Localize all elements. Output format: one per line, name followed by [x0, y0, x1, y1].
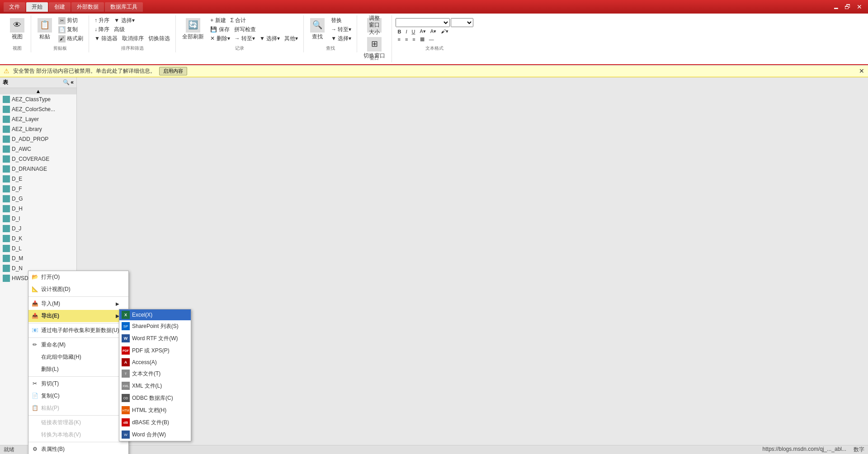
more-button[interactable]: 其他▾	[283, 34, 300, 43]
ctx-cut[interactable]: ✂ 剪切(T)	[28, 378, 128, 390]
replace-button[interactable]: 替换	[329, 16, 353, 25]
collapse-panel-button[interactable]: «	[71, 79, 74, 85]
export-word-rtf[interactable]: W Word RTF 文件(W)	[119, 332, 191, 345]
tab-external[interactable]: 外部数据	[71, 2, 104, 12]
italic-button[interactable]: I	[404, 28, 409, 35]
export-text[interactable]: T 文本文件(T)	[119, 368, 191, 380]
scroll-up-button[interactable]: ▲	[0, 88, 76, 94]
cancel-sort-button[interactable]: 取消排序	[120, 34, 146, 43]
export-html[interactable]: HTM HTML 文档(H)	[119, 404, 191, 417]
format-painter-button[interactable]: 🖌格式刷	[57, 34, 85, 43]
select2-button[interactable]: ▼ 选择▾	[258, 34, 282, 43]
ctx-design[interactable]: 📐 设计视图(D)	[28, 283, 128, 295]
table-item-aez-classtype[interactable]: AEZ_ClassType	[0, 94, 76, 104]
ctx-open[interactable]: 📂 打开(O)	[28, 271, 128, 283]
table-item-aez-colorsche[interactable]: AEZ_ColorSche...	[0, 104, 76, 114]
paint-bucket-button[interactable]: 🖌▾	[439, 28, 450, 35]
main-layout: 表 🔍 « ▲ AEZ_ClassType AEZ_ColorSche... A…	[0, 77, 868, 453]
ctx-import[interactable]: 📥 导入(M) ▶	[28, 298, 128, 310]
table-item-d-e[interactable]: D_E	[0, 174, 76, 184]
tab-file[interactable]: 文件	[4, 2, 25, 12]
descending-button[interactable]: ↓ 降序	[93, 25, 111, 34]
table-item-d-h[interactable]: D_H	[0, 204, 76, 214]
export-word-merge[interactable]: W Word 合并(W)	[119, 429, 191, 441]
table-item-d-add-prop[interactable]: D_ADD_PROP	[0, 134, 76, 144]
advanced-button[interactable]: 高级	[112, 25, 127, 34]
design-icon: 📐	[31, 286, 38, 293]
font-color-button[interactable]: A▾	[418, 28, 427, 35]
search-icon[interactable]: 🔍	[63, 79, 70, 85]
view-button[interactable]: 👁 视图	[7, 16, 27, 42]
export-access[interactable]: A Access(A)	[119, 357, 191, 368]
goto-button[interactable]: → 转至▾	[233, 34, 257, 43]
select3-button[interactable]: ▼ 选择▾	[329, 34, 353, 43]
align-left-button[interactable]: ≡	[396, 36, 402, 42]
font-size-select[interactable]	[451, 18, 473, 27]
table-icon	[3, 155, 10, 163]
copy-button[interactable]: 📄复制	[57, 25, 85, 34]
security-close-button[interactable]: ✕	[859, 67, 864, 75]
table-props-icon: ⚙	[31, 445, 38, 453]
bold-button[interactable]: B	[396, 28, 403, 35]
export-excel[interactable]: X Excel(X)	[119, 309, 191, 320]
ctx-copy[interactable]: 📄 复制(C)	[28, 390, 128, 402]
table-item-aez-layer[interactable]: AEZ_Layer	[0, 114, 76, 124]
table-item-d-drainage[interactable]: D_DRAINAGE	[0, 164, 76, 174]
sharepoint-icon: SP	[121, 322, 130, 331]
align-right-button[interactable]: ≡	[410, 36, 417, 42]
table-item-d-g[interactable]: D_G	[0, 194, 76, 204]
restore-button[interactable]: 🗗	[843, 2, 853, 12]
ctx-rename[interactable]: ✏ 重命名(M)	[28, 339, 128, 351]
save-button[interactable]: 💾 保存	[208, 25, 231, 34]
find-button[interactable]: 🔍 查找	[307, 16, 327, 42]
table-item-d-awc[interactable]: D_AWC	[0, 144, 76, 154]
ascending-button[interactable]: ↑ 升序	[93, 16, 111, 25]
table-icon	[3, 205, 10, 212]
delete-button[interactable]: ✕ 删除▾	[208, 34, 231, 43]
filter-button[interactable]: ▼ 筛选器	[93, 34, 119, 43]
sum-button[interactable]: Σ 合计	[229, 16, 248, 25]
align-center-button[interactable]: ≡	[403, 36, 410, 42]
table-item-d-i[interactable]: D_I	[0, 214, 76, 224]
tab-create[interactable]: 创建	[49, 2, 71, 12]
table-item-aez-library[interactable]: AEZ_Library	[0, 124, 76, 134]
toggle-filter-button[interactable]: 切换筛选	[146, 34, 172, 43]
font-family-select[interactable]	[396, 18, 450, 27]
export-odbc[interactable]: OD ODBC 数据库(C)	[119, 392, 191, 404]
underline-button[interactable]: U	[410, 28, 417, 35]
minimize-button[interactable]: 🗕	[831, 2, 841, 12]
new-record-button[interactable]: + 新建	[208, 16, 227, 25]
cut-button[interactable]: ✂剪切	[57, 16, 85, 25]
export-pdf[interactable]: PDF PDF 或 XPS(P)	[119, 345, 191, 357]
export-xml[interactable]: XML XML 文件(L)	[119, 380, 191, 392]
close-button[interactable]: ✕	[854, 2, 864, 12]
grid-button[interactable]: ▦	[418, 36, 426, 42]
table-item-d-m[interactable]: D_M	[0, 253, 76, 263]
table-item-d-l[interactable]: D_L	[0, 243, 76, 253]
table-panel-title: 表	[3, 79, 8, 86]
adjust-window-button[interactable]: 调整窗口大小	[364, 16, 384, 35]
export-sharepoint[interactable]: SP SharePoint 列表(S)	[119, 320, 191, 332]
highlight-button[interactable]: A▾	[429, 28, 438, 35]
tab-dbtools[interactable]: 数据库工具	[105, 2, 143, 12]
ctx-email[interactable]: 📧 通过电子邮件收集和更新数据(U)	[28, 324, 128, 337]
ctx-hide[interactable]: 在此组中隐藏(H)	[28, 351, 128, 363]
enable-content-button[interactable]: 启用内容	[159, 67, 187, 75]
ctx-table-props[interactable]: ⚙ 表属性(B)	[28, 443, 128, 454]
export-dbase[interactable]: dB dBASE 文件(B)	[119, 417, 191, 429]
paste-button[interactable]: 📋 粘贴	[35, 16, 55, 42]
table-item-d-f[interactable]: D_F	[0, 184, 76, 194]
table-item-d-coverage[interactable]: D_COVERAGE	[0, 154, 76, 164]
goto2-button[interactable]: → 转至▾	[329, 25, 353, 34]
table-item-d-k[interactable]: D_K	[0, 234, 76, 243]
select-button[interactable]: ▼ 选择▾	[112, 16, 136, 25]
tab-start[interactable]: 开始	[26, 2, 48, 12]
refresh-button[interactable]: 🔄 全部刷新	[179, 16, 207, 42]
hide-icon	[31, 353, 38, 360]
spell-check-button[interactable]: 拼写检查	[232, 25, 258, 34]
ctx-export[interactable]: 📤 导出(E) ▶	[28, 310, 128, 322]
ribbon-group-view: 👁 视图 视图	[4, 15, 31, 52]
line-button[interactable]: —	[427, 36, 436, 42]
table-item-d-j[interactable]: D_J	[0, 224, 76, 234]
ctx-delete[interactable]: 删除(L)	[28, 363, 128, 375]
